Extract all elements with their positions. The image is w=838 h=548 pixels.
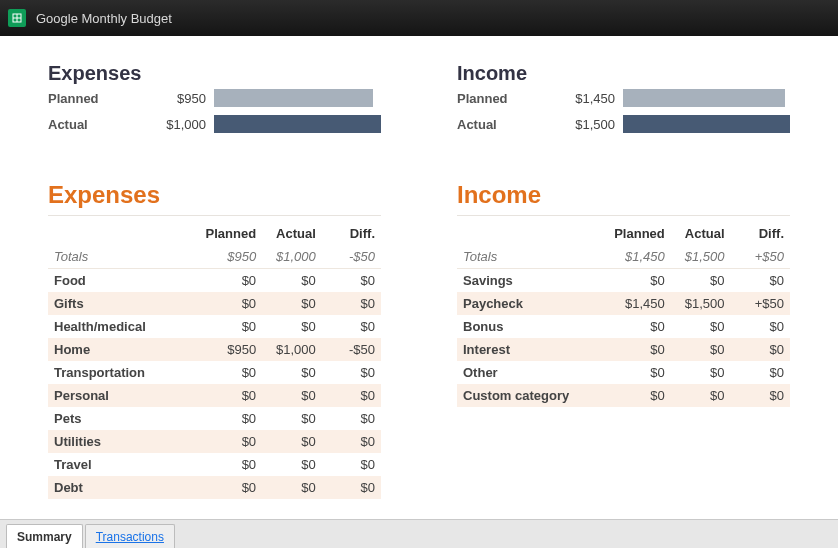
table-header-planned: Planned (200, 222, 263, 245)
row-actual: $0 (671, 384, 731, 407)
row-actual: $0 (671, 338, 731, 361)
income-actual-row: Actual $1,500 (457, 111, 790, 137)
divider (457, 215, 790, 216)
row-actual: $0 (262, 292, 322, 315)
row-diff: $0 (731, 338, 791, 361)
table-row[interactable]: Transportation$0$0$0 (48, 361, 381, 384)
table-header-diff: Diff. (731, 222, 791, 245)
row-diff: -$50 (322, 338, 381, 361)
income-table-title: Income (457, 181, 790, 209)
row-diff: $0 (731, 269, 791, 293)
table-header-row: Planned Actual Diff. (457, 222, 790, 245)
income-planned-bar-fill (623, 89, 785, 107)
tab-summary[interactable]: Summary (6, 524, 83, 548)
row-planned: $0 (200, 476, 263, 499)
sheets-icon (8, 9, 26, 27)
row-name: Food (48, 269, 200, 293)
expenses-planned-bar (214, 89, 381, 107)
table-row[interactable]: Gifts$0$0$0 (48, 292, 381, 315)
table-header-actual: Actual (671, 222, 731, 245)
table-row[interactable]: Health/medical$0$0$0 (48, 315, 381, 338)
tab-transactions-label: Transactions (96, 530, 164, 544)
row-diff: $0 (731, 361, 791, 384)
expenses-column: Expenses Planned $950 Actual $1,000 Expe… (48, 62, 381, 499)
row-planned: $0 (200, 361, 263, 384)
expenses-actual-row: Actual $1,000 (48, 111, 381, 137)
document-body: Expenses Planned $950 Actual $1,000 Expe… (0, 36, 838, 519)
table-row[interactable]: Custom category$0$0$0 (457, 384, 790, 407)
table-header-diff: Diff. (322, 222, 381, 245)
table-row[interactable]: Food$0$0$0 (48, 269, 381, 293)
row-actual: $0 (262, 361, 322, 384)
table-row[interactable]: Travel$0$0$0 (48, 453, 381, 476)
income-planned-row: Planned $1,450 (457, 85, 790, 111)
row-name: Interest (457, 338, 608, 361)
row-planned: $0 (608, 315, 671, 338)
row-name: Paycheck (457, 292, 608, 315)
row-actual: $0 (671, 361, 731, 384)
expenses-planned-bar-fill (214, 89, 373, 107)
row-diff: +$50 (731, 292, 791, 315)
tab-summary-label: Summary (17, 530, 72, 544)
table-row[interactable]: Bonus$0$0$0 (457, 315, 790, 338)
expenses-overview-title: Expenses (48, 62, 381, 85)
expenses-actual-bar-fill (214, 115, 381, 133)
expenses-planned-label: Planned (48, 91, 154, 106)
row-name: Debt (48, 476, 200, 499)
row-planned: $0 (200, 430, 263, 453)
table-row[interactable]: Utilities$0$0$0 (48, 430, 381, 453)
income-column: Income Planned $1,450 Actual $1,500 Inco… (457, 62, 790, 499)
row-actual: $0 (262, 407, 322, 430)
income-actual-label: Actual (457, 117, 563, 132)
totals-label: Totals (457, 245, 608, 269)
row-diff: $0 (322, 384, 381, 407)
table-row[interactable]: Interest$0$0$0 (457, 338, 790, 361)
expenses-table-title: Expenses (48, 181, 381, 209)
row-planned: $950 (200, 338, 263, 361)
totals-label: Totals (48, 245, 200, 269)
totals-planned: $1,450 (608, 245, 671, 269)
row-planned: $0 (200, 292, 263, 315)
row-diff: $0 (322, 453, 381, 476)
tab-transactions[interactable]: Transactions (85, 524, 175, 548)
row-planned: $0 (200, 315, 263, 338)
expenses-table: Planned Actual Diff. Totals$950$1,000-$5… (48, 222, 381, 499)
row-planned: $0 (608, 361, 671, 384)
row-actual: $1,500 (671, 292, 731, 315)
table-header-row: Planned Actual Diff. (48, 222, 381, 245)
table-row[interactable]: Personal$0$0$0 (48, 384, 381, 407)
row-name: Utilities (48, 430, 200, 453)
row-planned: $0 (608, 269, 671, 293)
window-titlebar: Google Monthly Budget (0, 0, 838, 36)
income-actual-bar (623, 115, 790, 133)
totals-diff: -$50 (322, 245, 381, 269)
row-actual: $0 (671, 269, 731, 293)
row-actual: $0 (262, 476, 322, 499)
expenses-planned-value: $950 (154, 91, 214, 106)
table-row[interactable]: Pets$0$0$0 (48, 407, 381, 430)
table-totals-row: Totals$1,450$1,500+$50 (457, 245, 790, 269)
row-diff: $0 (322, 269, 381, 293)
row-diff: $0 (322, 476, 381, 499)
table-totals-row: Totals$950$1,000-$50 (48, 245, 381, 269)
totals-actual: $1,000 (262, 245, 322, 269)
row-name: Transportation (48, 361, 200, 384)
expenses-actual-label: Actual (48, 117, 154, 132)
row-actual: $0 (262, 315, 322, 338)
row-name: Bonus (457, 315, 608, 338)
sheet-tab-bar: Summary Transactions (0, 519, 838, 548)
table-row[interactable]: Paycheck$1,450$1,500+$50 (457, 292, 790, 315)
row-diff: $0 (322, 430, 381, 453)
row-actual: $1,000 (262, 338, 322, 361)
table-row[interactable]: Savings$0$0$0 (457, 269, 790, 293)
row-actual: $0 (262, 430, 322, 453)
table-row[interactable]: Home$950$1,000-$50 (48, 338, 381, 361)
income-planned-label: Planned (457, 91, 563, 106)
table-row[interactable]: Debt$0$0$0 (48, 476, 381, 499)
totals-diff: +$50 (731, 245, 791, 269)
row-planned: $0 (200, 269, 263, 293)
row-diff: $0 (322, 315, 381, 338)
row-actual: $0 (262, 453, 322, 476)
divider (48, 215, 381, 216)
table-row[interactable]: Other$0$0$0 (457, 361, 790, 384)
